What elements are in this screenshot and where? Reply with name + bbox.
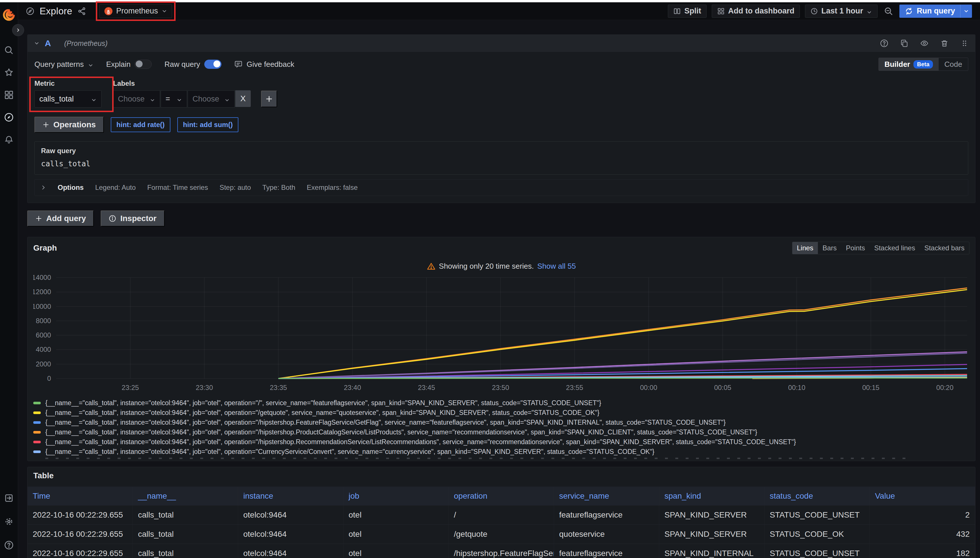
series-limit-warning: Showing only 20 time series. Show all 55: [33, 262, 969, 271]
split-button[interactable]: Split: [668, 5, 707, 18]
table-column-header[interactable]: status_code: [765, 487, 870, 505]
eye-icon[interactable]: [920, 39, 929, 48]
plus-icon: [35, 215, 42, 222]
label-operator-select[interactable]: =: [161, 90, 187, 108]
trash-icon[interactable]: [940, 39, 949, 48]
table-column-header[interactable]: __name__: [133, 487, 238, 505]
legend-item[interactable]: {__name__="calls_total", instance="otelc…: [33, 427, 969, 437]
search-icon[interactable]: [4, 45, 14, 55]
add-label-filter-button[interactable]: [261, 90, 277, 107]
page-title: Explore: [39, 6, 72, 16]
legend-swatch: [33, 412, 41, 414]
bell-icon[interactable]: [4, 135, 14, 144]
add-to-dashboard-label: Add to dashboard: [728, 7, 794, 15]
explore-content: A (Prometheus) Query patterns: [18, 20, 980, 558]
apps-icon[interactable]: [4, 90, 14, 100]
grafana-logo-icon[interactable]: [3, 9, 15, 21]
label-value-select[interactable]: Choose: [187, 90, 235, 108]
explain-toggle[interactable]: [135, 60, 152, 69]
table-column-header[interactable]: operation: [449, 487, 554, 505]
graph-canvas[interactable]: 0200040006000800010000120001400023:2523:…: [33, 274, 969, 394]
graph-mode-button[interactable]: Stacked lines: [870, 242, 920, 254]
table-row: 2022-10-16 00:22:29.655 calls_total otel…: [28, 525, 975, 544]
star-icon[interactable]: [4, 68, 14, 77]
label-value-placeholder: Choose: [192, 95, 219, 103]
operations-button[interactable]: Operations: [35, 117, 104, 133]
legend-item[interactable]: {__name__="calls_total", instance="otelc…: [33, 408, 969, 417]
metric-labels-row: Metric calls_total Labels: [35, 79, 968, 108]
share-alt-icon[interactable]: [77, 7, 86, 15]
query-header-actions: [880, 39, 969, 48]
table-column-header[interactable]: Time: [28, 487, 133, 505]
help-circle-icon[interactable]: [880, 39, 888, 48]
svg-text:10000: 10000: [33, 302, 51, 310]
query-hint-button[interactable]: hint: add rate(): [111, 117, 170, 132]
svg-text:00:05: 00:05: [714, 384, 731, 391]
gear-icon[interactable]: [4, 517, 14, 527]
legend-swatch: [33, 402, 41, 404]
table-column-header[interactable]: instance: [238, 487, 344, 505]
add-to-dashboard-button[interactable]: Add to dashboard: [712, 5, 800, 18]
caret-down-icon: [88, 61, 94, 67]
query-datasource-hint: (Prometheus): [64, 39, 108, 48]
zoom-out-button[interactable]: [883, 5, 894, 18]
time-range-label: Last 1 hour: [821, 7, 863, 15]
cell-operation: /getquote: [449, 525, 554, 544]
run-query-button[interactable]: Run query: [899, 5, 972, 18]
run-query-caret[interactable]: [960, 5, 972, 18]
query-patterns-dropdown[interactable]: Query patterns: [35, 60, 94, 69]
options-collapsible-row[interactable]: Options Legend: AutoFormat: Time seriesS…: [35, 179, 968, 196]
raw-query-toggle[interactable]: [204, 60, 222, 69]
show-all-series-link[interactable]: Show all 55: [537, 262, 576, 271]
query-hint-button[interactable]: hint: add sum(): [177, 117, 238, 132]
builder-mode-button[interactable]: Builder Beta: [879, 58, 939, 71]
svg-text:00:10: 00:10: [788, 384, 805, 391]
remove-label-filter-button[interactable]: X: [235, 90, 251, 107]
cell-span-kind: SPAN_KIND_SERVER: [659, 505, 765, 524]
table-column-header[interactable]: Value: [870, 487, 975, 505]
sign-in-icon[interactable]: [4, 493, 14, 503]
query-editor-body: Query patterns Explain Raw query: [28, 52, 975, 203]
table-panel: Table Time__name__instancejoboperationse…: [27, 467, 975, 558]
graph-mode-button[interactable]: Points: [841, 242, 870, 254]
graph-mode-button[interactable]: Bars: [818, 242, 841, 254]
legend-item[interactable]: {__name__="calls_total", instance="otelc…: [33, 398, 969, 408]
svg-text:23:25: 23:25: [122, 384, 139, 391]
legend-label: {__name__="calls_total", instance="otelc…: [45, 448, 654, 456]
help-icon[interactable]: [4, 540, 14, 550]
split-label: Split: [684, 7, 701, 15]
caret-down-icon: [964, 8, 969, 14]
table-column-header[interactable]: service_name: [554, 487, 659, 505]
raw-query-toggle-group: Raw query: [164, 60, 221, 69]
datasource-picker[interactable]: Prometheus: [99, 4, 172, 18]
caret-down-icon: [176, 96, 182, 102]
label-key-select[interactable]: Choose: [113, 90, 160, 108]
legend-label: {__name__="calls_total", instance="otelc…: [45, 409, 599, 417]
add-query-button[interactable]: Add query: [27, 210, 94, 226]
graph-mode-button[interactable]: Stacked bars: [920, 242, 969, 254]
table-column-header[interactable]: span_kind: [659, 487, 765, 505]
metric-select[interactable]: calls_total: [35, 90, 102, 108]
grafana-explore-screen: Explore Prometheus: [0, 0, 980, 558]
query-patterns-label: Query patterns: [35, 60, 84, 69]
legend-item[interactable]: {__name__="calls_total", instance="otelc…: [33, 437, 969, 447]
code-mode-button[interactable]: Code: [939, 58, 968, 71]
drag-handle-icon[interactable]: [960, 39, 969, 48]
cell-value: 2: [870, 505, 975, 524]
inspector-button[interactable]: Inspector: [101, 210, 164, 226]
give-feedback-link[interactable]: Give feedback: [234, 60, 294, 69]
svg-text:8000: 8000: [36, 317, 51, 325]
sidebar-expand-button[interactable]: [12, 24, 24, 36]
run-query-main[interactable]: Run query: [899, 5, 960, 18]
legend-item[interactable]: {__name__="calls_total", instance="otelc…: [33, 417, 969, 427]
copy-icon[interactable]: [900, 39, 909, 48]
cell-time: 2022-10-16 00:22:29.655: [28, 525, 133, 544]
chevron-down-icon[interactable]: [34, 40, 39, 46]
legend-item[interactable]: {__name__="calls_total", instance="otelc…: [33, 447, 969, 456]
time-range-button[interactable]: Last 1 hour: [805, 5, 878, 18]
table-column-header[interactable]: job: [344, 487, 449, 505]
explore-compass-icon[interactable]: [4, 112, 14, 122]
table-header-row: Time__name__instancejoboperationservice_…: [28, 487, 975, 505]
query-row-header[interactable]: A (Prometheus): [28, 35, 975, 52]
graph-mode-button[interactable]: Lines: [793, 242, 818, 254]
